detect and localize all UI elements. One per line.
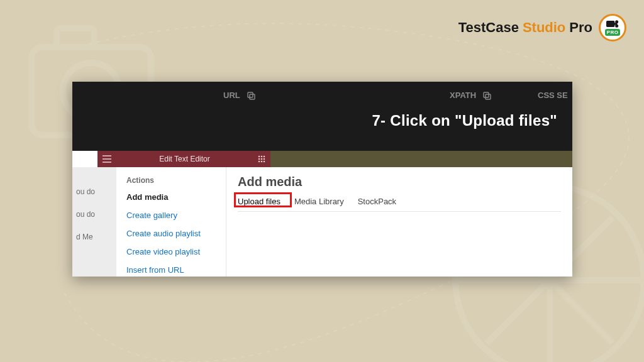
tab-stockpack[interactable]: StockPack bbox=[358, 197, 396, 206]
svg-point-24 bbox=[264, 158, 265, 160]
copy-icon bbox=[482, 91, 491, 100]
peek-text: d Me bbox=[76, 233, 113, 241]
selector-toolbar: URL XPATH CSS SE bbox=[72, 90, 572, 111]
grid-icon[interactable] bbox=[258, 155, 265, 163]
chip-label: XPATH bbox=[450, 90, 476, 100]
sidebar-item-create-video[interactable]: Create video playlist bbox=[126, 247, 217, 256]
chip-label: CSS SE bbox=[538, 90, 568, 100]
svg-rect-2 bbox=[57, 28, 94, 47]
svg-rect-13 bbox=[250, 94, 255, 99]
hamburger-icon[interactable] bbox=[103, 155, 111, 163]
sidebar-heading: Actions bbox=[126, 176, 217, 185]
modal-tabs: Upload files Media Library StockPack bbox=[238, 197, 561, 212]
sidebar-item-create-audio[interactable]: Create audio playlist bbox=[126, 229, 217, 238]
chip-label: URL bbox=[223, 90, 240, 100]
editor-bar-title: Edit Text Editor bbox=[111, 155, 258, 163]
peek-text: ou do bbox=[76, 210, 113, 219]
modal-sidebar: Actions Add media Create gallery Create … bbox=[116, 167, 226, 277]
sidebar-item-insert-from-url[interactable]: Insert from URL bbox=[126, 265, 217, 275]
svg-rect-11 bbox=[614, 23, 618, 25]
svg-rect-15 bbox=[486, 94, 491, 99]
screenshot-card: URL XPATH CSS SE 7- Click on "Upload fil… bbox=[72, 82, 572, 277]
card-dark-header: URL XPATH CSS SE 7- Click on "Upload fil… bbox=[72, 82, 572, 151]
step-caption: 7- Click on "Upload files" bbox=[372, 112, 557, 129]
svg-rect-14 bbox=[484, 92, 489, 97]
sidebar-item-create-gallery[interactable]: Create gallery bbox=[126, 211, 217, 220]
sidebar-item-add-media[interactable]: Add media bbox=[126, 192, 217, 202]
brand-word-2: Studio bbox=[523, 19, 565, 36]
background-page-peek: ou do ou do d Me bbox=[72, 167, 116, 277]
brand: TestCase Studio Pro PRO bbox=[458, 14, 626, 41]
brand-word-3: Pro bbox=[569, 19, 592, 36]
tab-media-library[interactable]: Media Library bbox=[294, 197, 344, 206]
svg-point-27 bbox=[264, 161, 265, 163]
selector-chip-url[interactable]: URL bbox=[223, 90, 255, 100]
svg-point-21 bbox=[264, 156, 265, 158]
svg-point-26 bbox=[261, 161, 263, 163]
copy-icon bbox=[247, 91, 255, 100]
svg-point-23 bbox=[261, 158, 263, 160]
brand-text: TestCase Studio Pro bbox=[458, 19, 592, 36]
modal-main: Add media Upload files Media Library Sto… bbox=[226, 167, 572, 277]
add-media-modal: Actions Add media Create gallery Create … bbox=[116, 167, 572, 277]
svg-point-19 bbox=[258, 156, 260, 158]
brand-logo-icon: PRO bbox=[599, 14, 626, 41]
olive-bar bbox=[270, 151, 572, 167]
svg-rect-12 bbox=[248, 92, 253, 97]
selector-chip-xpath[interactable]: XPATH bbox=[450, 90, 491, 100]
svg-point-20 bbox=[261, 156, 263, 158]
svg-rect-8 bbox=[606, 21, 614, 27]
peek-text: ou do bbox=[76, 187, 113, 196]
svg-point-25 bbox=[258, 161, 260, 163]
selector-chip-css[interactable]: CSS SE bbox=[538, 90, 568, 100]
brand-pro-badge: PRO bbox=[605, 29, 621, 36]
editor-title-bar: Edit Text Editor bbox=[97, 151, 270, 167]
modal-title: Add media bbox=[238, 175, 561, 189]
svg-point-22 bbox=[258, 158, 260, 160]
brand-word-1: TestCase bbox=[458, 19, 519, 36]
tab-upload-files[interactable]: Upload files bbox=[238, 197, 280, 206]
